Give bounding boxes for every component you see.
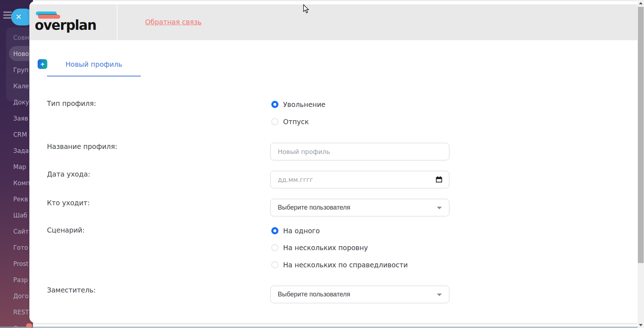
- feedback-link[interactable]: Обратная связь: [145, 18, 201, 26]
- deputy-label: Заместитель:: [47, 286, 96, 294]
- logo-text: overplan: [35, 19, 96, 32]
- radio-label: На нескольких по справедливости: [283, 261, 408, 269]
- profile-name-label: Название профиля:: [47, 142, 117, 150]
- chevron-down-icon: [437, 207, 442, 209]
- sidebar: Совм Ново Груп Кале Доку Заяв CRM Зада М…: [0, 0, 33, 328]
- radio-option-vacation[interactable]: Отпуск: [271, 118, 309, 126]
- panel-header: overplan Обратная связь: [29, 4, 638, 40]
- radio-option-fair-split[interactable]: На нескольких по справедливости: [271, 261, 408, 269]
- select-value: Выберите пользователя: [278, 291, 350, 298]
- select-value: Выберите пользователя: [278, 204, 350, 211]
- tab-new-profile[interactable]: Новый профиль: [47, 60, 141, 68]
- radio-option-equal-split[interactable]: На нескольких поровну: [271, 244, 368, 252]
- calendar-icon[interactable]: [436, 176, 442, 184]
- radio-selected-icon[interactable]: [271, 227, 278, 234]
- radio-label: Увольнение: [283, 100, 325, 108]
- scrollbar-thumb[interactable]: [638, 7, 644, 263]
- close-icon: ×: [16, 12, 22, 22]
- leave-date-input[interactable]: [270, 171, 449, 188]
- radio-selected-icon[interactable]: [271, 101, 278, 108]
- header-divider: [117, 4, 118, 40]
- profile-tabbar: + Новый профиль: [38, 59, 167, 81]
- scroll-down-button[interactable]: [638, 322, 644, 328]
- plus-icon: +: [40, 61, 44, 67]
- radio-label: На одного: [283, 227, 320, 235]
- add-profile-button[interactable]: +: [38, 59, 47, 69]
- who-leaves-select[interactable]: Выберите пользователя: [270, 199, 449, 216]
- scenario-label: Сценарий:: [47, 226, 85, 234]
- chevron-down-icon: [437, 294, 442, 296]
- tab-active-underline: [47, 76, 141, 76]
- radio-unselected-icon[interactable]: [271, 118, 278, 125]
- vertical-scrollbar[interactable]: [638, 0, 644, 328]
- radio-option-single[interactable]: На одного: [271, 227, 320, 235]
- radio-label: На нескольких поровну: [283, 244, 368, 252]
- radio-unselected-icon[interactable]: [271, 244, 278, 251]
- scroll-up-button[interactable]: [638, 0, 644, 6]
- radio-label: Отпуск: [283, 118, 309, 126]
- radio-option-dismissal[interactable]: Увольнение: [271, 100, 325, 108]
- profile-type-label: Тип профиля:: [47, 99, 96, 107]
- radio-unselected-icon[interactable]: [271, 261, 278, 268]
- triangle-down-icon: [639, 324, 643, 326]
- profile-name-input[interactable]: [270, 143, 449, 160]
- overplan-logo: overplan: [35, 11, 106, 39]
- deputy-select[interactable]: Выберите пользователя: [270, 286, 449, 303]
- window-bottom-edge: [0, 327, 638, 328]
- triangle-up-icon: [639, 2, 643, 4]
- leave-date-label: Дата ухода:: [47, 170, 90, 178]
- new-profile-panel: overplan Обратная связь + Новый профиль …: [29, 1, 638, 323]
- who-leaves-label: Кто уходит:: [47, 199, 90, 207]
